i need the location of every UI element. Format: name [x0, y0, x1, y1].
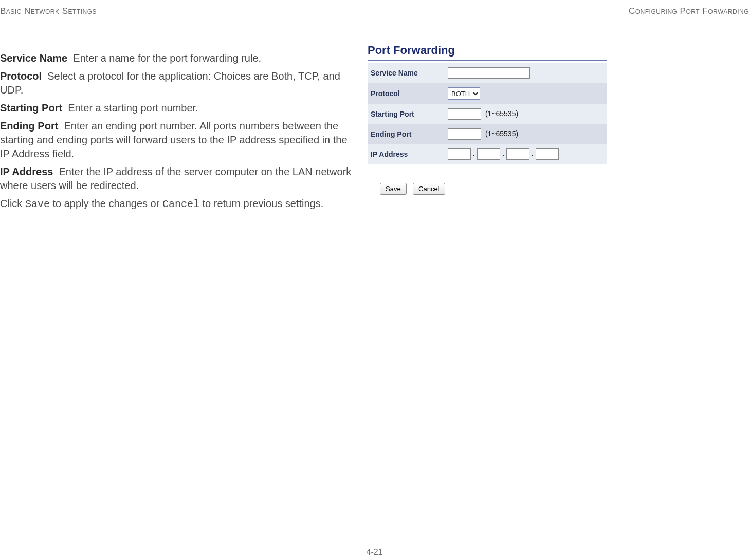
service-name-input[interactable]: [448, 67, 530, 79]
def-starting-port: Starting Port Enter a starting port numb…: [0, 101, 357, 115]
ip-dot: .: [500, 150, 506, 158]
form-table: Service Name Protocol BOTH Starting Port…: [368, 63, 607, 164]
footer-save-word: Save: [25, 198, 50, 210]
footer-text: to return previous settings.: [199, 198, 323, 209]
label-starting-port: Starting Port: [368, 104, 445, 124]
row-service-name: Service Name: [368, 63, 607, 83]
def-protocol: Protocol Select a protocol for the appli…: [0, 69, 357, 97]
def-term: Ending Port: [0, 120, 58, 132]
def-term: Protocol: [0, 70, 42, 82]
def-term: Service Name: [0, 52, 67, 64]
save-button[interactable]: Save: [380, 183, 407, 195]
label-ip-address: IP Address: [368, 144, 445, 164]
def-ending-port: Ending Port Enter an ending port number.…: [0, 119, 357, 161]
starting-port-hint: (1~65535): [485, 109, 518, 118]
def-desc: Enter a starting port number.: [68, 102, 198, 114]
starting-port-input[interactable]: [448, 108, 481, 120]
def-desc: Enter a name for the port forwarding rul…: [73, 52, 261, 64]
panel-title: Port Forwarding: [368, 44, 607, 61]
def-desc: Enter the IP address of the server compu…: [0, 166, 351, 191]
footer-text: to apply the changes or: [50, 198, 162, 209]
ip-octet-3-input[interactable]: [506, 148, 529, 160]
footer-text: Click: [0, 198, 25, 209]
ending-port-input[interactable]: [448, 128, 481, 140]
def-desc: Select a protocol for the application: C…: [0, 70, 340, 96]
page-number: 4-21: [366, 548, 382, 557]
description-column: Service Name Enter a name for the port f…: [0, 51, 357, 215]
header-left: Basic Network Settings: [0, 6, 97, 16]
ip-dot: .: [529, 150, 536, 158]
def-term: IP Address: [0, 166, 53, 177]
button-row: Save Cancel: [368, 183, 607, 195]
label-protocol: Protocol: [368, 83, 445, 104]
row-starting-port: Starting Port (1~65535): [368, 104, 607, 124]
ip-octet-4-input[interactable]: [536, 148, 559, 160]
header-right: Configuring Port Forwarding: [629, 6, 749, 16]
label-ending-port: Ending Port: [368, 124, 445, 144]
ip-octet-2-input[interactable]: [477, 148, 500, 160]
footer-cancel-word: Cancel: [162, 198, 199, 210]
label-service-name: Service Name: [368, 63, 445, 83]
row-ip-address: IP Address ...: [368, 144, 607, 164]
ip-octet-1-input[interactable]: [448, 148, 471, 160]
def-ip-address: IP Address Enter the IP address of the s…: [0, 165, 357, 193]
def-term: Starting Port: [0, 102, 62, 114]
def-service-name: Service Name Enter a name for the port f…: [0, 51, 357, 65]
ending-port-hint: (1~65535): [485, 129, 518, 138]
row-protocol: Protocol BOTH: [368, 83, 607, 104]
protocol-select[interactable]: BOTH: [448, 87, 480, 100]
def-footer: Click Save to apply the changes or Cance…: [0, 197, 357, 211]
cancel-button[interactable]: Cancel: [413, 183, 445, 195]
port-forwarding-panel: Port Forwarding Service Name Protocol BO…: [368, 44, 607, 195]
ip-dot: .: [471, 150, 477, 158]
row-ending-port: Ending Port (1~65535): [368, 124, 607, 144]
